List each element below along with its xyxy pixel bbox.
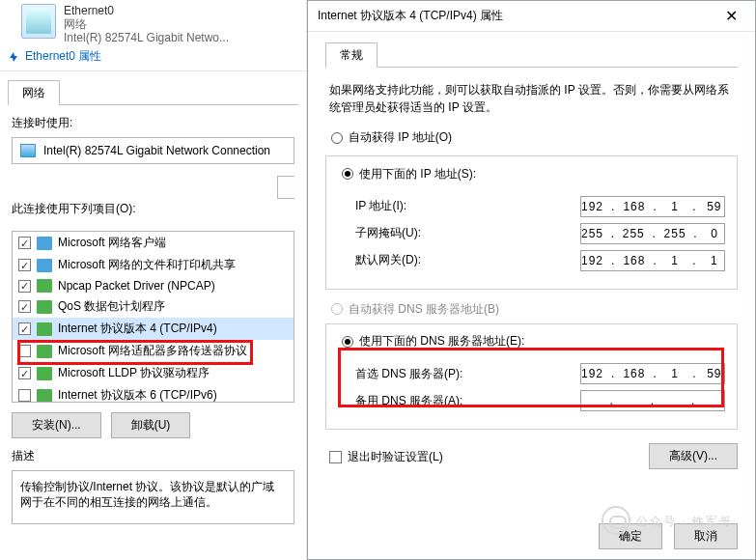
radio-auto-dns-row: 自动获得 DNS 服务器地址(B)	[331, 301, 732, 318]
validate-on-exit-row[interactable]: 退出时验证设置(L)	[329, 449, 443, 465]
list-item[interactable]: Internet 协议版本 6 (TCP/IPv6)	[13, 384, 294, 403]
gateway-input[interactable]: 192.168.1.1	[580, 250, 725, 271]
ip-input[interactable]: 192.168.1.59	[580, 196, 725, 217]
mask-label: 子网掩码(U):	[355, 225, 421, 241]
nic-small-icon	[20, 144, 36, 157]
mask-input[interactable]: 255.255.255.0	[580, 223, 725, 244]
radio-icon	[331, 303, 343, 315]
checkbox-icon[interactable]	[18, 322, 31, 335]
items-label: 此连接使用下列项目(O):	[12, 201, 294, 217]
left-tabs: 网络	[8, 79, 298, 105]
list-item[interactable]: QoS 数据包计划程序	[13, 295, 294, 318]
list-item-label: Microsoft LLDP 协议驱动程序	[58, 365, 210, 381]
dns-secondary-field: 备用 DNS 服务器(A): ...	[338, 390, 725, 411]
checkbox-icon[interactable]	[329, 451, 342, 463]
tab-general[interactable]: 常规	[325, 42, 378, 68]
dialog-footer: 确定 取消	[599, 523, 738, 549]
network-adapter-icon	[21, 4, 56, 39]
info-text: 如果网络支持此功能，则可以获取自动指派的 IP 设置。否则，你需要从网络系统管理…	[325, 68, 738, 122]
checkbox-icon[interactable]	[18, 300, 31, 313]
pin-icon	[8, 51, 19, 63]
validate-label: 退出时验证设置(L)	[348, 449, 443, 465]
protocol-icon	[37, 345, 52, 358]
list-item-ipv4[interactable]: Internet 协议版本 4 (TCP/IPv4)	[13, 318, 294, 340]
list-item-label: Internet 协议版本 4 (TCP/IPv4)	[58, 321, 217, 337]
dns-secondary-label: 备用 DNS 服务器(A):	[355, 393, 462, 409]
uninstall-button[interactable]: 卸载(U)	[111, 412, 191, 438]
adapter-header-text: Ethernet0 网络 Intel(R) 82574L Gigabit Net…	[64, 2, 229, 44]
protocol-icon	[37, 322, 52, 336]
dns-primary-field: 首选 DNS 服务器(P): 192.168.1.59	[338, 363, 725, 384]
adapter-select-box: Intel(R) 82574L Gigabit Network Connecti…	[12, 137, 294, 164]
list-item[interactable]: Microsoft 网络的文件和打印机共享	[13, 254, 294, 276]
dialog-title: Internet 协议版本 4 (TCP/IPv4) 属性	[318, 8, 503, 24]
protocol-icon	[37, 237, 52, 250]
protocol-items-list[interactable]: Microsoft 网络客户端 Microsoft 网络的文件和打印机共享 Np…	[12, 231, 294, 403]
adapter-sub: 网络	[64, 17, 229, 31]
adapter-model: Intel(R) 82574L Gigabit Netwo...	[64, 31, 229, 44]
description-title: 描述	[12, 448, 294, 464]
list-item-label: Microsoft 网络的文件和打印机共享	[58, 257, 236, 273]
ipv4-properties-dialog: Internet 协议版本 4 (TCP/IPv4) 属性 ✕ 常规 如果网络支…	[307, 0, 756, 560]
adapter-properties-window: Ethernet0 网络 Intel(R) 82574L Gigabit Net…	[0, 0, 307, 560]
breadcrumb-text: Ethernet0 属性	[25, 48, 101, 65]
dns-primary-input[interactable]: 192.168.1.59	[580, 363, 725, 384]
cancel-button[interactable]: 取消	[674, 523, 738, 549]
adapter-name: Ethernet0	[64, 4, 229, 17]
breadcrumb: Ethernet0 属性	[0, 42, 306, 71]
checkbox-icon[interactable]	[18, 389, 31, 402]
gateway-field: 默认网关(D): 192.168.1.1	[338, 250, 725, 271]
checkbox-icon[interactable]	[18, 367, 31, 379]
radio-icon[interactable]	[342, 336, 353, 348]
advanced-button[interactable]: 高级(V)...	[649, 443, 738, 469]
list-item-label: QoS 数据包计划程序	[58, 298, 165, 315]
list-item-label: Internet 协议版本 6 (TCP/IPv6)	[58, 387, 217, 403]
close-icon[interactable]: ✕	[717, 7, 745, 25]
radio-use-ip-label: 使用下面的 IP 地址(S):	[359, 166, 476, 182]
list-item-label: Microsoft 网络客户端	[58, 235, 166, 251]
dns-primary-label: 首选 DNS 服务器(P):	[355, 366, 462, 382]
checkbox-icon[interactable]	[18, 345, 31, 357]
radio-icon[interactable]	[342, 168, 353, 180]
dialog-tabs: 常规	[325, 42, 738, 68]
checkbox-icon[interactable]	[18, 259, 31, 271]
protocol-icon	[37, 389, 52, 403]
checkbox-icon[interactable]	[18, 237, 31, 249]
checkbox-icon[interactable]	[18, 280, 31, 293]
ip-label: IP 地址(I):	[355, 198, 406, 214]
dialog-titlebar[interactable]: Internet 协议版本 4 (TCP/IPv4) 属性 ✕	[308, 1, 755, 32]
radio-auto-dns-label: 自动获得 DNS 服务器地址(B)	[349, 301, 499, 318]
list-item[interactable]: Microsoft 网络客户端	[13, 232, 294, 254]
list-item[interactable]: Npcap Packet Driver (NPCAP)	[13, 276, 294, 295]
tab-network[interactable]: 网络	[8, 80, 60, 105]
ip-group: 使用下面的 IP 地址(S): IP 地址(I): 192.168.1.59 子…	[325, 155, 738, 290]
adapter-header: Ethernet0 网络 Intel(R) 82574L Gigabit Net…	[0, 0, 306, 42]
configure-button-cut[interactable]	[277, 176, 294, 199]
ok-button[interactable]: 确定	[599, 523, 662, 549]
radio-use-ip-row[interactable]: 使用下面的 IP 地址(S):	[338, 166, 480, 182]
radio-auto-ip-label: 自动获得 IP 地址(O)	[349, 129, 452, 146]
description-text: 传输控制协议/Internet 协议。该协议是默认的广域网于在不同的相互连接的网…	[12, 470, 294, 524]
install-button[interactable]: 安装(N)...	[12, 412, 101, 438]
radio-use-dns-row[interactable]: 使用下面的 DNS 服务器地址(E):	[338, 333, 528, 350]
connect-using-label: 连接时使用:	[12, 115, 294, 131]
list-item[interactable]: Microsoft 网络适配器多路传送器协议	[13, 340, 294, 362]
dns-group: 使用下面的 DNS 服务器地址(E): 首选 DNS 服务器(P): 192.1…	[325, 323, 738, 431]
protocol-icon	[37, 300, 52, 314]
radio-use-dns-label: 使用下面的 DNS 服务器地址(E):	[359, 333, 524, 350]
dns-secondary-input[interactable]: ...	[580, 390, 725, 411]
radio-icon[interactable]	[331, 132, 343, 144]
protocol-icon	[37, 367, 52, 380]
adapter-full-name: Intel(R) 82574L Gigabit Network Connecti…	[43, 144, 270, 157]
list-item-label: Microsoft 网络适配器多路传送器协议	[58, 343, 247, 359]
list-item-label: Npcap Packet Driver (NPCAP)	[58, 279, 215, 293]
list-item[interactable]: Microsoft LLDP 协议驱动程序	[13, 362, 294, 384]
ip-field: IP 地址(I): 192.168.1.59	[338, 196, 725, 217]
protocol-icon	[37, 279, 52, 293]
mask-field: 子网掩码(U): 255.255.255.0	[338, 223, 725, 244]
protocol-icon	[37, 259, 52, 272]
gateway-label: 默认网关(D):	[355, 252, 421, 268]
radio-auto-ip-row[interactable]: 自动获得 IP 地址(O)	[331, 129, 732, 146]
